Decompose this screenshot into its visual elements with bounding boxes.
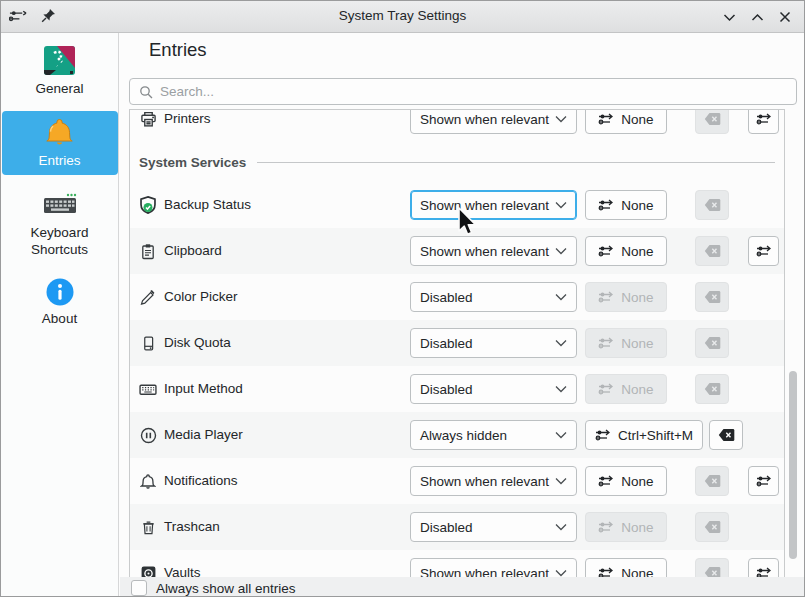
visibility-dropdown[interactable]: Disabled: [410, 282, 577, 312]
shortcut-label: None: [621, 474, 653, 489]
minimize-button[interactable]: [720, 8, 738, 26]
visibility-dropdown[interactable]: Disabled: [410, 512, 577, 542]
search-input[interactable]: Search...: [129, 78, 797, 105]
main-panel: Entries Search... PrintersShown when rel…: [120, 33, 804, 596]
backspace-icon: [704, 336, 721, 350]
shortcut-label: None: [621, 198, 653, 213]
entry-label: Clipboard: [164, 243, 222, 258]
shortcut-sliders-icon: [598, 198, 613, 212]
shortcut-sliders-icon: [598, 474, 613, 488]
backspace-icon: [704, 244, 721, 258]
visibility-dropdown[interactable]: Shown when relevant: [410, 190, 577, 220]
chevron-down-icon: [555, 201, 567, 209]
visibility-value: Disabled: [420, 520, 473, 535]
shortcut-sliders-icon: [756, 112, 771, 126]
disk-icon: [139, 334, 157, 352]
visibility-dropdown[interactable]: Disabled: [410, 328, 577, 358]
entry-label: Color Picker: [164, 289, 238, 304]
sidebar-item-label: Entries: [38, 152, 80, 169]
entry-row-color-picker: Color PickerDisabledNone: [130, 274, 784, 320]
backspace-icon: [704, 290, 721, 304]
sidebar-item-about[interactable]: About: [2, 272, 118, 333]
clear-shortcut-button: [695, 512, 729, 542]
sidebar-item-label: General: [35, 80, 83, 97]
shortcut-button[interactable]: None: [585, 466, 667, 496]
pause-circle-icon: [139, 426, 157, 444]
clear-shortcut-button: [695, 282, 729, 312]
always-show-all-entries-label: Always show all entries: [156, 580, 296, 596]
shortcut-sliders-icon: [598, 112, 613, 126]
info-icon: [45, 277, 75, 307]
shortcut-button[interactable]: None: [585, 558, 667, 579]
maximize-button[interactable]: [748, 8, 766, 26]
visibility-value: Shown when relevant: [420, 474, 549, 489]
section-header: System Services: [130, 142, 784, 182]
keyboard-dark-icon: [43, 188, 77, 221]
backspace-icon: [704, 474, 721, 488]
shortcut-label: None: [621, 382, 653, 397]
visibility-dropdown[interactable]: Shown when relevant: [410, 466, 577, 496]
visibility-dropdown[interactable]: Shown when relevant: [410, 236, 577, 266]
shortcut-sliders-icon: [756, 244, 771, 258]
entry-row-clipboard: ClipboardShown when relevantNone: [130, 228, 784, 274]
section-divider: [257, 162, 775, 163]
backspace-icon: [718, 428, 735, 442]
chevron-down-icon: [555, 339, 567, 347]
color-picker-icon: [139, 288, 157, 306]
shortcut-label: None: [621, 290, 653, 305]
page-title: Entries: [149, 39, 207, 61]
chevron-down-icon: [555, 523, 567, 531]
scrollbar-thumb[interactable]: [789, 371, 797, 559]
configure-button[interactable]: [748, 558, 779, 579]
configure-button[interactable]: [748, 109, 779, 134]
backspace-icon: [704, 520, 721, 534]
configure-button[interactable]: [748, 466, 779, 496]
sidebar-item-label: Keyboard Shortcuts: [4, 224, 116, 258]
shortcut-label: None: [621, 336, 653, 351]
shortcut-button: None: [585, 374, 667, 404]
visibility-dropdown[interactable]: Always hidden: [410, 420, 577, 450]
shortcut-button: None: [585, 282, 667, 312]
sidebar-item-entries[interactable]: Entries: [2, 111, 118, 175]
entry-row-printers: PrintersShown when relevantNone: [130, 109, 784, 142]
sidebar-item-keyboard-shortcuts[interactable]: Keyboard Shortcuts: [2, 183, 118, 264]
configure-button[interactable]: [748, 236, 779, 266]
search-placeholder: Search...: [160, 84, 214, 99]
system-tray-settings-window: System Tray Settings GeneralEntriesKeybo…: [0, 0, 805, 597]
visibility-value: Shown when relevant: [420, 112, 549, 127]
section-title: System Services: [139, 155, 246, 170]
sidebar-item-label: About: [42, 310, 77, 327]
titlebar[interactable]: System Tray Settings: [1, 1, 804, 33]
clear-shortcut-button: [695, 374, 729, 404]
backspace-icon: [704, 112, 721, 126]
clear-shortcut-button: [695, 109, 729, 134]
visibility-dropdown[interactable]: Disabled: [410, 374, 577, 404]
shortcut-button[interactable]: None: [585, 236, 667, 266]
entry-label: Media Player: [164, 427, 243, 442]
shortcut-button: None: [585, 512, 667, 542]
visibility-value: Disabled: [420, 382, 473, 397]
always-show-all-entries-checkbox[interactable]: [131, 580, 147, 596]
plasma-icon: [43, 44, 76, 77]
visibility-value: Disabled: [420, 336, 473, 351]
chevron-down-icon: [555, 115, 567, 123]
sidebar-item-general[interactable]: General: [2, 39, 118, 103]
entry-label: Backup Status: [164, 197, 251, 212]
shortcut-sliders-icon: [756, 474, 771, 488]
shortcut-button[interactable]: None: [585, 109, 667, 134]
close-button[interactable]: [776, 8, 794, 26]
clear-shortcut-button[interactable]: [709, 420, 743, 450]
entry-row-disk-quota: Disk QuotaDisabledNone: [130, 320, 784, 366]
sidebar: GeneralEntriesKeyboard ShortcutsAbout: [1, 33, 119, 596]
keyboard-icon: [139, 380, 157, 398]
visibility-dropdown[interactable]: Shown when relevant: [410, 558, 577, 579]
shortcut-button[interactable]: None: [585, 190, 667, 220]
clear-shortcut-button: [695, 466, 729, 496]
chevron-down-icon: [555, 293, 567, 301]
shortcut-sliders-icon: [595, 428, 610, 442]
shield-check-icon: [139, 196, 157, 214]
entry-label: Disk Quota: [164, 335, 231, 350]
visibility-dropdown[interactable]: Shown when relevant: [410, 109, 577, 134]
shortcut-button[interactable]: Ctrl+Shift+M: [585, 420, 703, 450]
entry-label: Printers: [164, 111, 211, 126]
